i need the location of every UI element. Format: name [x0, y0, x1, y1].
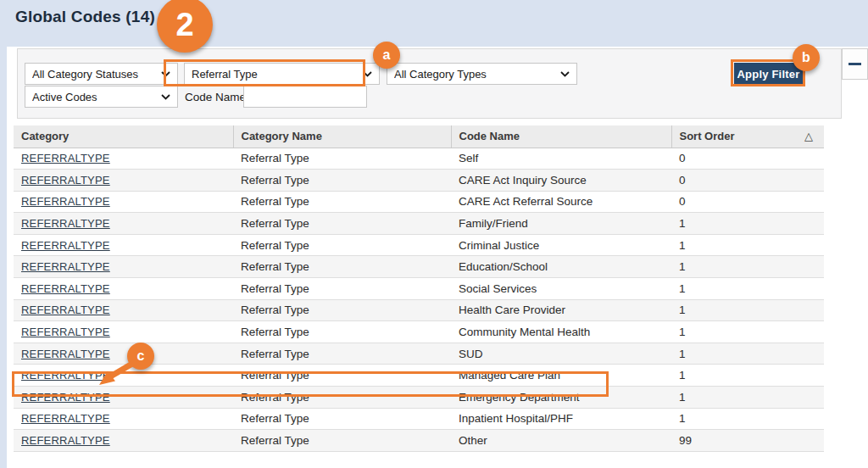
callout-step-2: 2: [157, 0, 213, 53]
chevron-down-icon: [560, 71, 570, 77]
table-header-row: Category Category Name Code Name Sort Or…: [14, 125, 824, 148]
code-name-cell: Community Mental Health: [451, 321, 671, 343]
category-type-select[interactable]: All Category Types: [387, 63, 577, 85]
category-name-cell: Referral Type: [233, 387, 451, 409]
sort-order-cell: 1: [671, 343, 824, 365]
category-cell: REFERRALTYPE: [14, 365, 233, 387]
column-header-category[interactable]: Category: [14, 125, 233, 148]
category-link[interactable]: REFERRALTYPE: [21, 152, 110, 164]
category-name-cell: Referral Type: [233, 365, 451, 387]
code-status-select[interactable]: Active Codes: [25, 86, 178, 108]
category-cell: REFERRALTYPE: [14, 430, 233, 452]
sort-order-cell: 1: [671, 234, 824, 256]
category-cell: REFERRALTYPE: [14, 191, 233, 213]
category-cell: REFERRALTYPE: [14, 387, 233, 409]
category-cell: REFERRALTYPE: [14, 321, 233, 343]
code-name-cell: Other: [451, 430, 671, 452]
code-name-cell: Education/School: [451, 256, 671, 278]
category-name-cell: Referral Type: [233, 256, 451, 278]
category-cell: REFERRALTYPE: [14, 170, 233, 192]
category-cell: REFERRALTYPE: [14, 408, 233, 430]
sort-order-cell: 1: [671, 278, 824, 300]
global-codes-page: Global Codes (14) All Category Statuses …: [0, 0, 868, 468]
category-link[interactable]: REFERRALTYPE: [21, 348, 110, 360]
category-link[interactable]: REFERRALTYPE: [21, 304, 110, 316]
category-link[interactable]: REFERRALTYPE: [21, 434, 110, 447]
category-cell: REFERRALTYPE: [14, 213, 233, 235]
category-name-cell: Referral Type: [233, 170, 451, 192]
column-header-sort-order[interactable]: Sort Order △: [671, 125, 824, 148]
page-title: Global Codes (14): [15, 8, 155, 26]
chevron-down-icon: [161, 94, 170, 100]
sort-ascending-icon[interactable]: △: [804, 130, 813, 142]
category-link[interactable]: REFERRALTYPE: [21, 195, 110, 208]
category-cell: REFERRALTYPE: [14, 343, 233, 365]
code-name-cell: CARE Act Inquiry Source: [451, 170, 671, 192]
column-header-code-name[interactable]: Code Name: [451, 125, 671, 148]
code-name-cell: Family/Friend: [451, 213, 671, 235]
column-header-category-name[interactable]: Category Name: [233, 125, 451, 148]
sort-order-cell: 1: [671, 387, 824, 409]
category-select[interactable]: Referral Type: [184, 63, 380, 85]
table-row: REFERRALTYPEReferral TypeCARE Act Inquir…: [14, 170, 824, 192]
category-link[interactable]: REFERRALTYPE: [21, 412, 110, 425]
table-row: REFERRALTYPEReferral TypeEmergency Depar…: [14, 387, 824, 409]
sort-order-cell: 1: [671, 321, 824, 343]
category-name-cell: Referral Type: [233, 299, 451, 321]
category-link[interactable]: REFERRALTYPE: [21, 369, 110, 382]
table-row: REFERRALTYPEReferral TypeFamily/Friend1: [14, 213, 824, 235]
category-link[interactable]: REFERRALTYPE: [21, 174, 110, 187]
category-name-cell: Referral Type: [233, 234, 451, 256]
code-name-cell: CARE Act Referral Source: [451, 191, 671, 213]
collapse-filter-button[interactable]: [842, 48, 868, 80]
code-name-label: Code Name: [185, 91, 246, 103]
table-row: REFERRALTYPEReferral TypeManaged Care Pl…: [14, 365, 824, 387]
sort-order-cell: 0: [671, 170, 824, 192]
sort-order-cell: 1: [671, 365, 824, 387]
sort-order-cell: 1: [671, 256, 824, 278]
code-name-cell: Health Care Provider: [451, 299, 671, 321]
category-name-cell: Referral Type: [233, 148, 451, 170]
category-status-value: All Category Statuses: [32, 68, 156, 81]
apply-filter-button[interactable]: Apply Filter: [734, 63, 803, 85]
code-name-cell: SUD: [451, 343, 671, 365]
table-body: REFERRALTYPEReferral TypeSelf0REFERRALTY…: [14, 148, 824, 451]
table-row: REFERRALTYPEReferral TypeCommunity Menta…: [14, 321, 824, 343]
code-name-cell: Inpatient Hospital/PHF: [451, 408, 671, 430]
code-name-cell: Managed Care Plan: [451, 365, 671, 387]
table-row: REFERRALTYPEReferral TypeSelf0: [14, 148, 824, 170]
table-row: REFERRALTYPEReferral TypeEducation/Schoo…: [14, 256, 824, 278]
category-status-select[interactable]: All Category Statuses: [25, 63, 178, 85]
table-row: REFERRALTYPEReferral TypeSocial Services…: [14, 278, 824, 300]
sort-order-cell: 1: [671, 213, 824, 235]
category-link[interactable]: REFERRALTYPE: [21, 260, 110, 273]
table-row: REFERRALTYPEReferral TypeHealth Care Pro…: [14, 299, 824, 321]
table-row: REFERRALTYPEReferral TypeOther99: [14, 430, 824, 452]
category-type-value: All Category Types: [394, 68, 555, 81]
table-row: REFERRALTYPEReferral TypeInpatient Hospi…: [14, 408, 824, 430]
table-row: REFERRALTYPEReferral TypeSUD1: [14, 343, 824, 365]
category-link[interactable]: REFERRALTYPE: [21, 239, 110, 252]
chevron-down-icon: [161, 71, 170, 77]
code-name-cell: Criminal Justice: [451, 234, 671, 256]
sort-order-cell: 0: [671, 191, 824, 213]
category-cell: REFERRALTYPE: [14, 148, 233, 170]
sort-order-cell: 1: [671, 299, 824, 321]
category-cell: REFERRALTYPE: [14, 278, 233, 300]
code-name-input[interactable]: [243, 86, 367, 108]
category-cell: REFERRALTYPE: [14, 299, 233, 321]
category-name-cell: Referral Type: [233, 278, 451, 300]
sort-order-cell: 0: [671, 148, 824, 170]
category-link[interactable]: REFERRALTYPE: [21, 326, 110, 338]
code-status-value: Active Codes: [32, 91, 156, 103]
category-name-cell: Referral Type: [233, 213, 451, 235]
category-name-cell: Referral Type: [233, 430, 451, 452]
category-link[interactable]: REFERRALTYPE: [21, 391, 110, 404]
filter-panel: All Category Statuses Referral Type All …: [17, 48, 842, 119]
category-select-value: Referral Type: [192, 68, 358, 81]
code-name-cell: Self: [451, 148, 671, 170]
category-link[interactable]: REFERRALTYPE: [21, 217, 110, 230]
category-link[interactable]: REFERRALTYPE: [21, 282, 110, 295]
category-name-cell: Referral Type: [233, 343, 451, 365]
code-name-cell: Social Services: [451, 278, 671, 300]
